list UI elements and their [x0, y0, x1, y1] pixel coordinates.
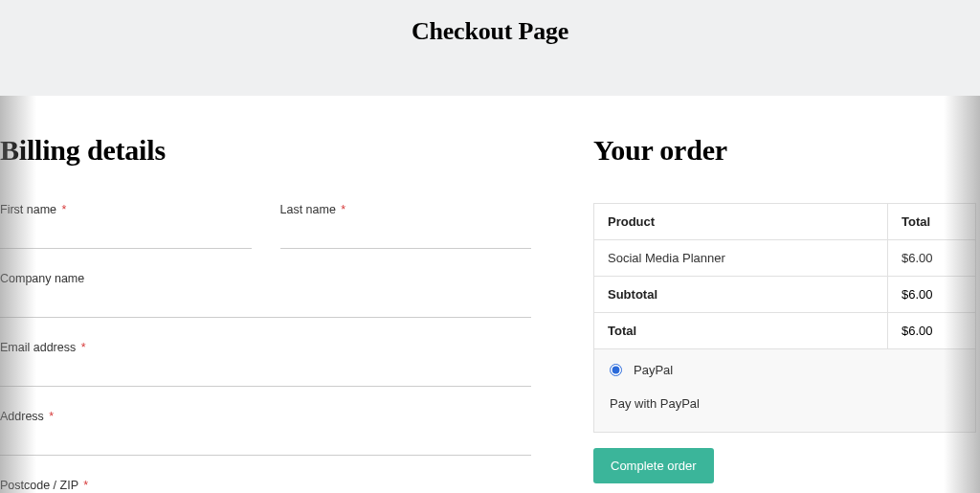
subtotal-value: $6.00 — [888, 277, 976, 313]
company-input[interactable] — [0, 289, 531, 318]
page-header: Checkout Page — [0, 0, 980, 96]
address-input[interactable] — [0, 427, 531, 456]
first-name-input[interactable] — [0, 220, 252, 249]
company-field-wrapper: Company name — [0, 272, 531, 318]
table-row: Social Media Planner $6.00 — [594, 240, 976, 277]
col-product-header: Product — [594, 204, 888, 240]
last-name-input[interactable] — [280, 220, 532, 249]
payment-description: Pay with PayPal — [608, 396, 962, 411]
payment-box: PayPal Pay with PayPal — [593, 349, 976, 433]
email-label: Email address * — [0, 341, 531, 354]
paypal-radio[interactable] — [610, 364, 622, 376]
first-name-label: First name * — [0, 203, 252, 216]
company-label: Company name — [0, 272, 531, 285]
postcode-field-wrapper: Postcode / ZIP * — [0, 479, 531, 493]
address-field-wrapper: Address * — [0, 410, 531, 456]
order-table: Product Total Social Media Planner $6.00… — [593, 203, 976, 349]
total-row: Total $6.00 — [594, 313, 976, 349]
email-input[interactable] — [0, 358, 531, 387]
product-price-cell: $6.00 — [888, 240, 976, 277]
required-marker: * — [341, 203, 345, 216]
first-name-label-text: First name — [0, 203, 56, 216]
first-name-field-wrapper: First name * — [0, 203, 252, 249]
order-section: Your order Product Total Social Media Pl… — [593, 134, 976, 493]
page-title: Checkout Page — [0, 17, 980, 46]
complete-order-button[interactable]: Complete order — [593, 448, 714, 483]
address-label: Address * — [0, 410, 531, 423]
postcode-label: Postcode / ZIP * — [0, 479, 531, 492]
last-name-field-wrapper: Last name * — [280, 203, 532, 249]
paypal-label[interactable]: PayPal — [634, 363, 673, 377]
email-label-text: Email address — [0, 341, 76, 354]
billing-heading: Billing details — [0, 134, 531, 167]
checkout-content: Billing details First name * Last name *… — [0, 96, 980, 493]
required-marker: * — [49, 410, 54, 423]
payment-option: PayPal — [608, 363, 962, 377]
required-marker: * — [62, 203, 67, 216]
subtotal-label: Subtotal — [594, 277, 888, 313]
last-name-label-text: Last name — [280, 203, 336, 216]
postcode-label-text: Postcode / ZIP — [0, 479, 78, 492]
last-name-label: Last name * — [280, 203, 532, 216]
billing-section: Billing details First name * Last name *… — [0, 134, 531, 493]
subtotal-row: Subtotal $6.00 — [594, 277, 976, 313]
total-label: Total — [594, 313, 888, 349]
col-total-header: Total — [888, 204, 976, 240]
order-heading: Your order — [593, 134, 976, 167]
total-value: $6.00 — [888, 313, 976, 349]
email-field-wrapper: Email address * — [0, 341, 531, 387]
address-label-text: Address — [0, 410, 44, 423]
required-marker: * — [83, 479, 88, 492]
product-name-cell: Social Media Planner — [594, 240, 888, 277]
required-marker: * — [81, 341, 86, 354]
